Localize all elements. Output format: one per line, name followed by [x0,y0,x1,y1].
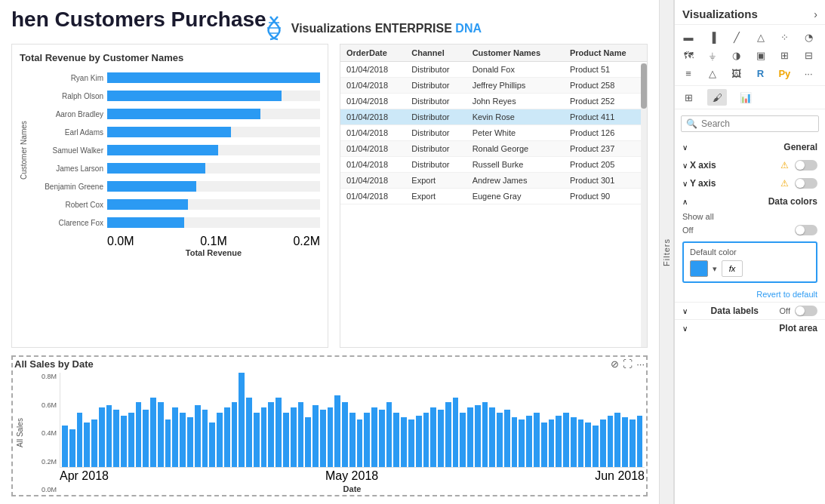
viz-icon-shape[interactable]: △ [703,65,722,81]
page-header: hen Customers Purchase Visualizations EN… [11,8,648,38]
plot-area-chevron: ∨ [682,324,688,333]
bottom-bar [342,402,348,467]
bottom-bar [585,423,591,467]
bottom-bar [62,426,68,467]
viz-icon-line[interactable]: ╱ [727,29,747,45]
data-table: OrderDate Channel Customer Names Product… [340,45,647,204]
bottom-bar [268,402,274,467]
viz-icon-image[interactable]: 🖼 [727,65,747,81]
data-colors-label: Data colors [768,196,817,207]
x-axis-chevron: ∨ [682,161,688,170]
data-colors-header[interactable]: ∧ Data colors [675,192,825,211]
bottom-bar [630,419,636,467]
viz-icon-paint[interactable]: 🖌 [707,89,727,106]
show-all-toggle[interactable] [795,225,817,235]
bottom-bar [401,417,407,467]
bottom-bar [379,410,385,467]
plot-area-row[interactable]: ∨ Plot area [675,319,825,337]
viz-icon-matrix[interactable]: ⊟ [799,47,818,63]
bottom-bar [136,402,142,467]
viz-icon-more[interactable]: ··· [799,65,818,81]
bottom-bar [445,402,451,467]
viz-icon-pie[interactable]: ◔ [799,29,818,45]
viz-icon-grid-spec[interactable]: ⊞ [679,89,698,106]
table-row[interactable]: 01/04/2018 Distributor Donald Fox Produc… [340,62,647,78]
table-row[interactable]: 01/04/2018 Distributor Ronald George Pro… [340,141,647,157]
viz-icon-funnel[interactable]: ⏚ [703,47,722,63]
table-body: 01/04/2018 Distributor Donald Fox Produc… [340,62,647,204]
col-orderdate: OrderDate [340,45,405,62]
viz-icon-analytics[interactable]: 📊 [736,89,756,106]
viz-icon-py[interactable]: Py [774,65,794,81]
bottom-bar [312,405,319,467]
viz-icon-col[interactable]: ▐ [703,29,722,45]
bottom-bar [497,413,503,467]
table-row[interactable]: 01/04/2018 Distributor John Reyes Produc… [340,94,647,109]
bottom-bar [549,419,555,467]
search-input[interactable] [701,118,814,129]
x-axis-label: X axis [690,160,716,171]
bottom-bar [172,407,178,467]
page-title: hen Customers Purchase [11,8,266,32]
bottom-bar [453,398,459,467]
fx-button[interactable]: fx [722,260,743,277]
bottom-bar [460,413,466,467]
viz-icon-gauge[interactable]: ◑ [727,47,747,63]
bottom-bar [416,416,422,467]
viz-icon-bar[interactable]: ▬ [679,29,698,45]
y-axis-toggle[interactable] [795,178,817,189]
bottom-bar [608,416,614,467]
viz-icon-slicer[interactable]: ≡ [679,65,698,81]
bar-row: Robert Cox [32,199,320,210]
y-axis-section-header[interactable]: ∨ Y axis ⚠ [675,174,825,192]
data-labels-chevron: ∨ [682,307,688,315]
data-labels-toggle[interactable] [795,306,817,316]
bottom-bar [291,407,297,467]
bottom-bar [209,423,215,467]
bottom-bar [357,419,363,467]
table-row[interactable]: 01/04/2018 Distributor Peter White Produ… [340,125,647,141]
viz-icon-area[interactable]: △ [751,29,771,45]
table-scrollbar[interactable] [641,63,647,347]
bottom-bar [143,410,149,467]
show-all-toggle-knob [796,226,805,235]
bottom-bar [541,423,547,467]
table-panel: OrderDate Channel Customer Names Product… [340,44,648,348]
table-row[interactable]: 01/04/2018 Distributor Kevin Rose Produc… [340,109,647,125]
table-row[interactable]: 01/04/2018 Distributor Russell Burke Pro… [340,157,647,173]
expand-icon[interactable]: ⛶ [623,358,633,370]
bottom-bar [232,402,238,467]
col-customer: Customer Names [466,45,564,62]
bottom-bar [187,417,193,467]
bottom-bar [328,407,334,467]
logo-area: Visualizations ENTERPRISE DNA [263,15,482,41]
viz-icon-map[interactable]: 🗺 [679,47,698,63]
color-swatch[interactable] [690,260,708,277]
panel-chevron[interactable]: › [814,8,817,20]
table-row[interactable]: 01/04/2018 Distributor Jeffrey Phillips … [340,78,647,94]
viz-icon-card[interactable]: ▣ [751,47,771,63]
bottom-bar [467,407,473,467]
table-scrollbar-thumb[interactable] [641,63,647,109]
bar-rows: Ryan Kim Ralph Olson Aaron Bradley Earl … [32,67,320,233]
bottom-bar [556,416,562,467]
bottom-bar [430,407,436,467]
color-dropdown[interactable]: ▾ [713,264,717,274]
bottom-bar [423,413,429,467]
table-row[interactable]: 01/04/2018 Export Andrew James Product 3… [340,173,647,189]
table-row[interactable]: 01/04/2018 Export Eugene Gray Product 90 [340,189,647,204]
viz-icon-scatter[interactable]: ⁘ [774,29,794,45]
viz-icon-r[interactable]: R [751,65,771,81]
bottom-bar [224,407,230,467]
x-axis-section-header[interactable]: ∨ X axis ⚠ [675,156,825,174]
viz-icon-table[interactable]: ⊞ [774,47,794,63]
x-axis-toggle[interactable] [795,160,817,171]
more-icon[interactable]: ··· [636,358,645,370]
filter-icon[interactable]: ⊘ [611,358,619,370]
general-section-header[interactable]: ∨ General [675,138,825,156]
search-box[interactable]: 🔍 [681,115,819,132]
bottom-bar [180,413,186,467]
revert-link[interactable]: Revert to default [675,287,825,302]
bottom-bar [504,410,510,467]
bottom-bar [113,410,119,467]
